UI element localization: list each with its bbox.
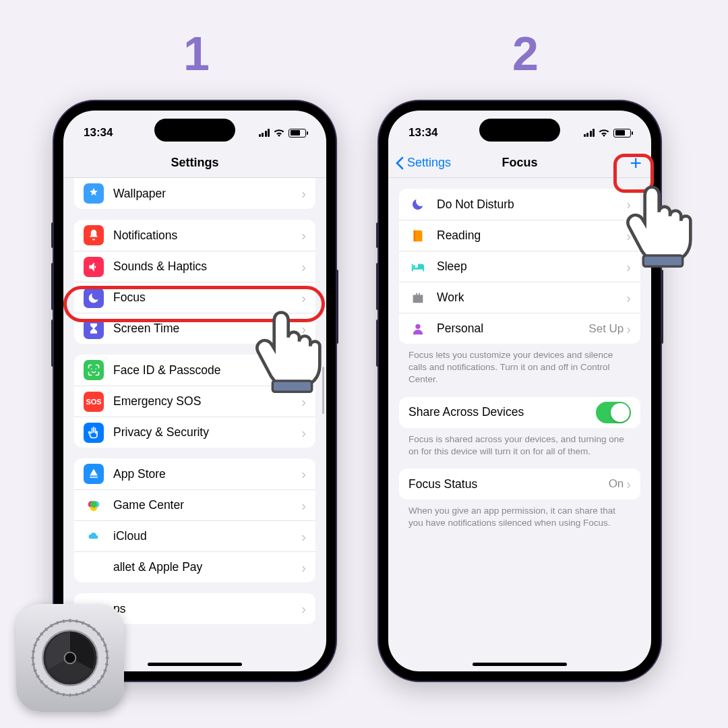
row-wallpaper[interactable]: Wallpaper › (74, 178, 315, 209)
row-label: Work (437, 291, 626, 305)
row-label: Privacy & Security (113, 425, 301, 439)
chevron-right-icon: › (301, 322, 306, 336)
row-label: iCloud (113, 529, 301, 543)
row-work[interactable]: Work › (399, 282, 640, 313)
chevron-right-icon: › (301, 499, 306, 512)
nav-title: Settings (171, 156, 218, 170)
row-notifications[interactable]: Notifications › (74, 220, 315, 251)
gamecenter-icon (84, 495, 104, 516)
footer-text-1: Focus lets you customize your devices an… (388, 344, 651, 386)
chevron-right-icon: › (301, 426, 306, 439)
chevron-right-icon: › (301, 260, 306, 274)
sos-icon: SOS (84, 392, 104, 412)
row-sounds[interactable]: Sounds & Haptics › (74, 251, 315, 282)
dynamic-island (154, 119, 235, 142)
status-time: 13:34 (84, 126, 113, 140)
chevron-right-icon: › (301, 561, 306, 574)
row-faceid[interactable]: Face ID & Passcode › (74, 355, 315, 386)
chevron-right-icon: › (301, 395, 306, 408)
settings-group-services: App Store › Game Center › iCloud › (74, 458, 315, 582)
row-label: Reading (437, 229, 626, 243)
row-focus-status[interactable]: Focus Status On › (399, 468, 640, 499)
footer-text-3: When you give an app permission, it can … (388, 499, 651, 529)
nav-bar: Settings Focus + (388, 148, 651, 178)
scrollbar[interactable] (322, 367, 324, 414)
row-label: Emergency SOS (113, 394, 301, 408)
svg-rect-32 (69, 694, 71, 697)
svg-rect-4 (414, 230, 416, 241)
row-do-not-disturb[interactable]: Do Not Disturb › (399, 189, 640, 220)
chevron-right-icon: › (301, 602, 306, 615)
wifi-icon (274, 129, 284, 137)
chevron-right-icon: › (301, 467, 306, 481)
bell-icon (84, 225, 104, 245)
faceid-icon (84, 360, 104, 380)
home-indicator[interactable] (148, 663, 242, 666)
hourglass-icon (84, 319, 104, 339)
person-icon (408, 320, 427, 338)
row-label: App Store (113, 467, 301, 481)
briefcase-icon (408, 289, 427, 307)
row-sleep[interactable]: Sleep › (399, 251, 640, 282)
icloud-icon (84, 526, 104, 547)
row-detail: On (609, 477, 624, 491)
footer-text-2: Focus is shared across your devices, and… (388, 428, 651, 458)
status-time: 13:34 (408, 126, 437, 140)
row-personal[interactable]: Personal Set Up › (399, 313, 640, 344)
row-share-across-devices[interactable]: Share Across Devices (399, 397, 640, 428)
chevron-left-icon (395, 156, 404, 170)
hand-icon (84, 423, 104, 443)
chevron-right-icon: › (301, 530, 306, 543)
row-screentime[interactable]: Screen Time › (74, 313, 315, 344)
wallpaper-icon (84, 183, 104, 204)
share-group: Share Across Devices (399, 397, 640, 428)
chevron-right-icon: › (301, 187, 306, 200)
row-label: Sounds & Haptics (113, 260, 301, 274)
row-label: Game Center (113, 498, 301, 512)
chevron-right-icon: › (626, 260, 631, 274)
row-icloud[interactable]: iCloud › (74, 520, 315, 551)
row-gamecenter[interactable]: Game Center › (74, 489, 315, 520)
phone-mockup-1: 13:34 Settings Wallpaper › (54, 101, 336, 681)
home-indicator[interactable] (473, 663, 567, 666)
row-wallet[interactable]: allet & Apple Pay › (74, 551, 315, 582)
row-privacy[interactable]: Privacy & Security › (74, 417, 315, 448)
step-1-label: 1 (183, 27, 210, 81)
battery-icon (613, 129, 631, 138)
row-sos[interactable]: SOS Emergency SOS › (74, 386, 315, 417)
cellular-icon (584, 129, 595, 137)
row-focus[interactable]: Focus › (74, 282, 315, 313)
row-label: Do Not Disturb (437, 198, 626, 212)
row-label: Sleep (437, 260, 626, 274)
svg-rect-14 (69, 619, 71, 622)
row-label: allet & Apple Pay (113, 560, 301, 574)
cellular-icon (259, 129, 270, 137)
chevron-right-icon: › (626, 291, 631, 305)
chevron-right-icon: › (626, 229, 631, 243)
back-button[interactable]: Settings (395, 156, 451, 170)
row-label: ps (113, 602, 301, 616)
settings-app-icon (16, 604, 124, 712)
moon-icon (408, 195, 427, 214)
toggle-share[interactable] (596, 402, 631, 423)
row-reading[interactable]: Reading › (399, 220, 640, 251)
nav-title: Focus (502, 156, 537, 170)
book-icon (408, 226, 427, 245)
row-appstore[interactable]: App Store › (74, 458, 315, 489)
wifi-icon (599, 129, 609, 137)
focus-modes-group: Do Not Disturb › Reading › Sleep › (399, 189, 640, 344)
add-button[interactable]: + (630, 153, 642, 173)
plus-icon: + (630, 152, 642, 174)
settings-group-attention: Notifications › Sounds & Haptics › Focus… (74, 220, 315, 344)
svg-rect-41 (31, 657, 34, 659)
chevron-right-icon: › (301, 229, 306, 242)
chevron-right-icon: › (301, 363, 306, 377)
svg-rect-23 (106, 657, 109, 659)
svg-point-5 (415, 324, 420, 328)
dynamic-island (479, 119, 560, 142)
row-label: Wallpaper (113, 187, 301, 201)
moon-icon (84, 288, 104, 308)
row-detail: Set Up (588, 322, 624, 336)
chevron-right-icon: › (626, 477, 631, 491)
row-label: Notifications (113, 229, 301, 243)
